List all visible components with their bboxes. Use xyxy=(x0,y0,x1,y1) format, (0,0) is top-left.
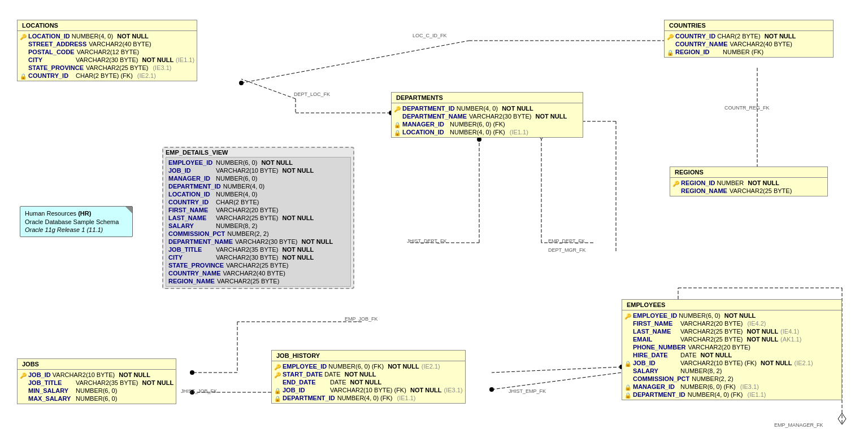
lock-icon: 🔒 xyxy=(624,384,631,389)
table-row: 🔑 REGION_ID NUMBER NOT NULL xyxy=(672,179,825,187)
table-row: 🔑 DEPARTMENT_ID NUMBER(4, 0) NOT NULL xyxy=(394,104,580,112)
key-icon: 🔑 xyxy=(274,364,281,369)
erd-diagram: LOCATIONS 🔑 LOCATION_ID NUMBER(4, 0) NOT… xyxy=(0,0,868,429)
table-row: POSTAL_CODE VARCHAR2(12 BYTE) xyxy=(20,48,194,56)
table-row: MANAGER_ID NUMBER(6, 0) xyxy=(168,174,348,182)
fk-label-emp-dept: EMP_DEPT_FK xyxy=(548,238,585,244)
table-row: MAX_SALARY NUMBER(6, 0) xyxy=(20,395,173,402)
lock-icon: 🔒 xyxy=(394,121,401,127)
table-row: STATE_PROVINCE VARCHAR2(25 BYTE) xyxy=(168,261,348,269)
table-row: 🔑 JOB_ID VARCHAR2(10 BYTE) NOT NULL xyxy=(20,371,173,379)
table-row: DEPARTMENT_NAME VARCHAR2(30 BYTE) NOT NU… xyxy=(168,238,348,246)
lock-icon: 🔒 xyxy=(624,360,631,366)
table-row: CITY VARCHAR2(30 BYTE) NOT NULL (IE1.1) xyxy=(20,56,194,64)
svg-line-0 xyxy=(241,41,469,83)
countries-title: COUNTRIES xyxy=(667,21,831,29)
table-row: SALARY NUMBER(8, 2) xyxy=(168,222,348,230)
departments-title: DEPARTMENTS xyxy=(394,94,580,102)
table-row: 🔑 START_DATE DATE NOT NULL xyxy=(274,370,463,378)
emp-details-view: EMP_DETAILS_VIEW EMPLOYEE_ID NUMBER(6, 0… xyxy=(162,147,354,289)
fk-label-countr-reg: COUNTR_REG_FK xyxy=(724,105,770,111)
fk-label-jhist-dept: JHIST_DEPT_FK xyxy=(407,238,447,244)
table-row: 🔒 MANAGER_ID NUMBER(6, 0) (FK) xyxy=(394,120,580,128)
regions-table: REGIONS 🔑 REGION_ID NUMBER NOT NULL REGI… xyxy=(670,167,828,196)
svg-marker-21 xyxy=(838,413,846,424)
svg-point-11 xyxy=(477,137,481,142)
fk-label-loc-c-id: LOC_C_ID_FK xyxy=(413,33,447,38)
table-row: 🔒 COUNTRY_ID CHAR(2 BYTE) (FK) (IE2.1) xyxy=(20,72,194,80)
table-row: JOB_TITLE VARCHAR2(35 BYTE) NOT NULL xyxy=(168,246,348,253)
lock-icon: 🔒 xyxy=(20,73,27,78)
lock-icon: 🔒 xyxy=(274,395,281,401)
table-row: LAST_NAME VARCHAR2(25 BYTE) NOT NULL (IE… xyxy=(624,327,839,335)
fk-label-dept-loc: DEPT_LOC_FK xyxy=(294,91,330,97)
table-row: 🔑 COUNTRY_ID CHAR(2 BYTE) NOT NULL xyxy=(667,32,831,40)
table-row: REGION_NAME VARCHAR2(25 BYTE) xyxy=(168,277,348,285)
table-row: FIRST_NAME VARCHAR2(20 BYTE) xyxy=(168,206,348,214)
table-row: CITY VARCHAR2(30 BYTE) NOT NULL xyxy=(168,253,348,261)
table-row: DEPARTMENT_ID NUMBER(4, 0) xyxy=(168,182,348,190)
lock-icon: 🔒 xyxy=(667,49,674,55)
key-icon: 🔑 xyxy=(667,33,674,39)
fk-label-dept-mgr: DEPT_MGR_FK xyxy=(548,247,586,253)
key-icon: 🔑 xyxy=(624,313,631,318)
table-row: JOB_ID VARCHAR2(10 BYTE) NOT NULL xyxy=(168,167,348,174)
table-row: 🔒 JOB_ID VARCHAR2(10 BYTE) (FK) NOT NULL… xyxy=(274,386,463,394)
table-row: MIN_SALARY NUMBER(6, 0) xyxy=(20,387,173,395)
table-row: 🔒 LOCATION_ID NUMBER(4, 0) (FK) (IE1.1) xyxy=(394,128,580,136)
svg-line-3 xyxy=(241,79,296,99)
table-row: LOCATION_ID NUMBER(4, 0) xyxy=(168,190,348,198)
key-icon: 🔑 xyxy=(672,180,679,186)
lock-icon: 🔒 xyxy=(394,129,401,135)
table-row: 🔑 EMPLOYEE_ID NUMBER(6, 0) (FK) NOT NULL… xyxy=(274,362,463,370)
svg-line-28 xyxy=(492,373,622,389)
employees-title: EMPLOYEES xyxy=(624,301,839,309)
table-row: JOB_TITLE VARCHAR2(35 BYTE) NOT NULL xyxy=(20,379,173,387)
table-row: COUNTRY_ID CHAR(2 BYTE) xyxy=(168,198,348,206)
table-row: EMPLOYEE_ID NUMBER(6, 0) NOT NULL xyxy=(168,159,348,167)
lock-icon: 🔒 xyxy=(624,392,631,397)
table-row: 🔑 LOCATION_ID NUMBER(4, 0) NOT NULL xyxy=(20,32,194,40)
table-row: COUNTRY_NAME VARCHAR2(40 BYTE) xyxy=(168,269,348,277)
job-history-title: JOB_HISTORY xyxy=(274,352,463,360)
key-icon: 🔑 xyxy=(20,33,27,39)
note-subtitle: Oracle Database Sample Schema xyxy=(25,218,128,225)
svg-point-25 xyxy=(190,370,194,375)
table-row: COMMISSION_PCT NUMBER(2, 2) xyxy=(168,230,348,238)
table-row: EMAIL VARCHAR2(25 BYTE) NOT NULL (AK1.1) xyxy=(624,335,839,343)
table-row: END_DATE DATE NOT NULL xyxy=(274,378,463,386)
locations-table: LOCATIONS 🔑 LOCATION_ID NUMBER(4, 0) NOT… xyxy=(17,20,197,81)
table-row: REGION_NAME VARCHAR2(25 BYTE) xyxy=(672,187,825,195)
note-title: Human Resources (HR) xyxy=(25,210,128,217)
table-row: PHONE_NUMBER VARCHAR2(20 BYTE) xyxy=(624,343,839,351)
key-icon: 🔑 xyxy=(274,371,281,377)
countries-table: COUNTRIES 🔑 COUNTRY_ID CHAR(2 BYTE) NOT … xyxy=(664,20,834,58)
svg-point-29 xyxy=(489,387,494,392)
table-row: 🔑 EMPLOYEE_ID NUMBER(6, 0) NOT NULL xyxy=(624,312,839,319)
svg-line-30 xyxy=(492,367,622,373)
jobs-title: JOBS xyxy=(20,360,173,368)
table-row: HIRE_DATE DATE NOT NULL xyxy=(624,351,839,359)
table-row: COMMISSION_PCT NUMBER(2, 2) xyxy=(624,375,839,383)
table-row: STATE_PROVINCE VARCHAR2(25 BYTE) (IE3.1) xyxy=(20,64,194,72)
locations-title: LOCATIONS xyxy=(20,21,194,29)
view-title: EMP_DETAILS_VIEW xyxy=(166,149,351,156)
fk-label-emp-job: EMP_JOB_FK xyxy=(345,316,378,322)
employees-table: EMPLOYEES 🔑 EMPLOYEE_ID NUMBER(6, 0) NOT… xyxy=(622,299,842,400)
job-history-table: JOB_HISTORY 🔑 EMPLOYEE_ID NUMBER(6, 0) (… xyxy=(271,350,466,404)
table-row: FIRST_NAME VARCHAR2(20 BYTE) (IE4.2) xyxy=(624,319,839,327)
lock-icon: 🔒 xyxy=(274,387,281,393)
key-icon: 🔑 xyxy=(20,372,27,378)
table-row: STREET_ADDRESS VARCHAR2(40 BYTE) xyxy=(20,40,194,48)
table-row: DEPARTMENT_NAME VARCHAR2(30 BYTE) NOT NU… xyxy=(394,112,580,120)
fk-label-jhist-job: JHIST_JOB_FK xyxy=(181,388,217,394)
table-row: 🔒 DEPARTMENT_ID NUMBER(4, 0) (FK) (IE1.1… xyxy=(624,391,839,399)
table-row: LAST_NAME VARCHAR2(25 BYTE) NOT NULL xyxy=(168,214,348,222)
key-icon: 🔑 xyxy=(394,106,401,111)
jobs-table: JOBS 🔑 JOB_ID VARCHAR2(10 BYTE) NOT NULL… xyxy=(17,358,176,404)
table-row: 🔒 DEPARTMENT_ID NUMBER(4, 0) (FK) (IE1.1… xyxy=(274,394,463,402)
regions-title: REGIONS xyxy=(672,168,825,176)
table-row: 🔒 JOB_ID VARCHAR2(10 BYTE) (FK) NOT NULL… xyxy=(624,359,839,367)
note-version: Oracle 11g Release 1 (11.1) xyxy=(25,226,128,233)
table-row: 🔒 REGION_ID NUMBER (FK) xyxy=(667,48,831,56)
